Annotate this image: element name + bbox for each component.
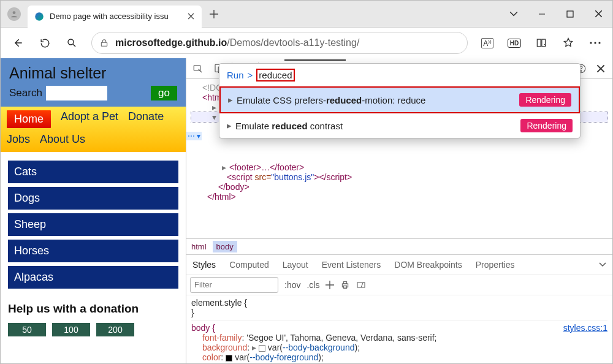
nav-jobs[interactable]: Jobs: [7, 133, 30, 146]
reading-list-button[interactable]: [529, 31, 554, 55]
demo-page: Animal shelter Search go Home Adopt a Pe…: [1, 58, 186, 364]
search-input[interactable]: [46, 86, 107, 100]
tab-event-listeners[interactable]: Event Listeners: [322, 260, 381, 270]
svg-rect-24: [343, 284, 348, 287]
option-tag: Rendering: [520, 119, 573, 132]
category-horses[interactable]: Horses: [8, 240, 178, 262]
tab-dom-breakpoints[interactable]: DOM Breakpoints: [394, 260, 462, 270]
breadcrumb-html[interactable]: html: [191, 242, 207, 251]
svg-point-7: [598, 42, 600, 44]
styles-pane[interactable]: element.style { } styles.css:1 body { fo…: [186, 295, 612, 364]
styles-filter-bar: :hov .cls: [186, 274, 612, 295]
avatar-icon: [7, 7, 21, 21]
svg-point-23: [581, 70, 581, 71]
run-prompt: >: [248, 70, 253, 80]
hov-toggle[interactable]: :hov: [284, 280, 300, 290]
page-banner: Animal shelter Search go: [1, 58, 186, 107]
filter-input[interactable]: [190, 277, 278, 293]
svg-point-5: [590, 42, 592, 44]
command-menu: Run >reduced ▸ Emulate CSS prefers-reduc…: [219, 63, 581, 138]
tab-layout[interactable]: Layout: [283, 260, 308, 270]
category-cats[interactable]: Cats: [8, 161, 178, 183]
back-button[interactable]: [6, 31, 30, 55]
cls-toggle[interactable]: .cls: [306, 280, 319, 290]
tab-title: Demo page with accessibility issu: [50, 12, 181, 21]
nav-home[interactable]: Home: [7, 110, 51, 128]
address-bar[interactable]: microsoftedge.github.io/Demos/devtools-a…: [91, 32, 468, 54]
breadcrumb: html body: [186, 238, 612, 254]
source-link[interactable]: styles.css:1: [563, 323, 607, 333]
svg-point-3: [68, 39, 74, 45]
nav-about[interactable]: About Us: [40, 133, 85, 146]
svg-rect-4: [101, 42, 107, 46]
run-query: reduced: [256, 69, 294, 82]
close-window-button[interactable]: [584, 1, 612, 28]
element-style: element.style {: [191, 298, 607, 308]
menu-button[interactable]: [583, 31, 607, 55]
close-tab-icon[interactable]: [186, 12, 196, 21]
svg-rect-2: [567, 11, 573, 17]
svg-rect-25: [344, 281, 347, 283]
search-label: Search: [9, 87, 42, 99]
donate-heading: Help us with a donation: [8, 302, 178, 316]
category-dogs[interactable]: Dogs: [8, 187, 178, 210]
tab-styles[interactable]: Styles: [192, 260, 216, 270]
nav-donate[interactable]: Donate: [128, 110, 164, 128]
new-rule-button[interactable]: [326, 281, 334, 289]
close-devtools-icon[interactable]: [593, 61, 609, 77]
command-option-1[interactable]: ▸ Emulate CSS prefers-reduced-motion: re…: [219, 86, 580, 113]
lock-icon: [99, 38, 109, 48]
search-button[interactable]: [59, 31, 84, 55]
tab-properties[interactable]: Properties: [476, 260, 515, 270]
profile-button[interactable]: [1, 1, 28, 28]
flex-icon[interactable]: [356, 280, 366, 290]
donate-200[interactable]: 200: [96, 323, 134, 336]
command-option-2[interactable]: ▸ Emulate reduced contrast Rendering: [219, 113, 580, 138]
run-label: Run: [227, 70, 244, 80]
edge-favicon: [34, 11, 45, 22]
svg-point-6: [594, 42, 596, 44]
browser-tab[interactable]: Demo page with accessibility issu: [28, 6, 202, 28]
hd-button[interactable]: HD: [502, 31, 527, 55]
svg-point-0: [13, 11, 16, 14]
go-button[interactable]: go: [151, 86, 177, 100]
category-alpacas[interactable]: Alpacas: [8, 266, 178, 289]
rule-selector: body {: [191, 323, 215, 333]
print-icon[interactable]: [340, 280, 350, 290]
category-sheep[interactable]: Sheep: [8, 213, 178, 236]
selected-indicator: ⋯ ▾: [186, 132, 202, 140]
tab-actions-button[interactable]: [500, 1, 528, 28]
donate-100[interactable]: 100: [52, 323, 90, 336]
page-title: Animal shelter: [9, 64, 177, 82]
command-input-row[interactable]: Run >reduced: [219, 64, 580, 86]
inspect-icon[interactable]: [190, 61, 206, 77]
url-text: microsoftedge.github.io/Demos/devtools-a…: [115, 37, 359, 48]
refresh-button[interactable]: [32, 31, 57, 55]
page-nav: Home Adopt a Pet Donate Jobs About Us: [1, 107, 186, 152]
donate-50[interactable]: 50: [8, 323, 46, 336]
breadcrumb-body[interactable]: body: [213, 241, 237, 252]
titlebar: Demo page with accessibility issu: [1, 1, 612, 28]
new-tab-button[interactable]: [202, 10, 226, 18]
read-aloud-button[interactable]: A)): [475, 31, 500, 55]
toolbar: microsoftedge.github.io/Demos/devtools-a…: [1, 28, 612, 58]
svg-point-1: [35, 12, 44, 21]
option-tag: Rendering: [519, 93, 571, 107]
favorite-button[interactable]: [556, 31, 581, 55]
tab-computed[interactable]: Computed: [229, 260, 269, 270]
nav-adopt[interactable]: Adopt a Pet: [61, 110, 118, 128]
maximize-button[interactable]: [556, 1, 584, 28]
styles-tabbar: Styles Computed Layout Event Listeners D…: [186, 254, 612, 274]
minimize-button[interactable]: [528, 1, 556, 28]
chevron-down-icon[interactable]: [599, 261, 606, 268]
